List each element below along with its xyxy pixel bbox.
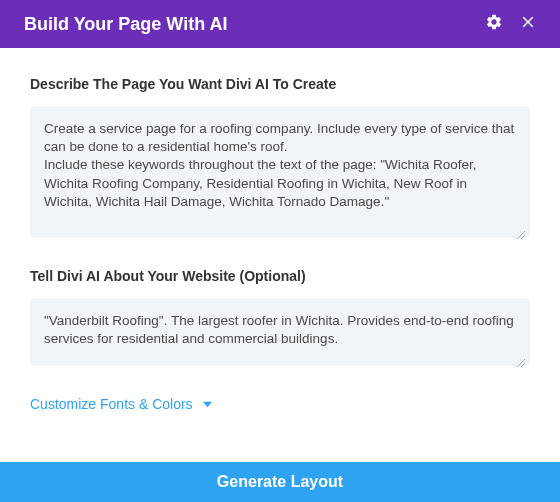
modal-header: Build Your Page With AI [0, 0, 560, 48]
about-field-container [30, 298, 530, 370]
gear-icon [485, 13, 503, 35]
describe-label: Describe The Page You Want Divi AI To Cr… [30, 76, 530, 92]
modal-title: Build Your Page With AI [24, 14, 474, 35]
close-button[interactable] [514, 10, 542, 38]
caret-down-icon [203, 400, 212, 409]
settings-button[interactable] [480, 10, 508, 38]
describe-textarea[interactable] [30, 106, 530, 238]
modal-content: Describe The Page You Want Divi AI To Cr… [0, 48, 560, 462]
about-label: Tell Divi AI About Your Website (Optiona… [30, 268, 530, 284]
modal-footer: Generate Layout [0, 462, 560, 502]
about-textarea[interactable] [30, 298, 530, 366]
customize-link-text: Customize Fonts & Colors [30, 396, 193, 412]
generate-layout-button[interactable]: Generate Layout [0, 462, 560, 502]
close-icon [519, 13, 537, 35]
describe-field-container [30, 106, 530, 242]
customize-fonts-colors-link[interactable]: Customize Fonts & Colors [30, 396, 530, 412]
